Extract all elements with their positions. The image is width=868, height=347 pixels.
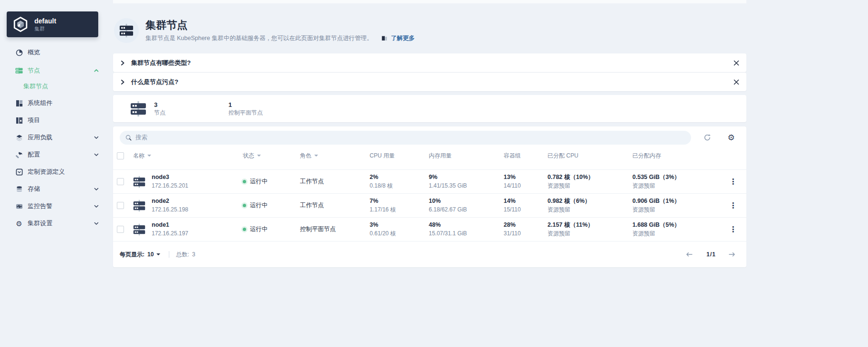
table-row-node3[interactable]: node3 172.16.25.201 运行中 工作节点 2%0.18/8 核 … xyxy=(113,169,746,193)
cpu-usage-detail: 1.17/16 核 xyxy=(370,206,429,213)
status-text: 运行中 xyxy=(250,201,268,210)
sidebar: default 集群 概览 xyxy=(0,0,110,347)
table-row-node2[interactable]: node2 172.16.25.198 运行中 工作节点 7%1.17/16 核… xyxy=(113,193,746,217)
alloc-memory-label: 资源预留 xyxy=(632,182,723,189)
sidebar-item-label: 概览 xyxy=(28,48,99,57)
node-name[interactable]: node2 xyxy=(152,198,188,205)
row-more-button[interactable]: ⋮ xyxy=(723,201,743,210)
chevron-down-icon xyxy=(93,186,99,192)
node-name[interactable]: node1 xyxy=(152,221,188,229)
search-icon xyxy=(125,135,132,141)
sidebar-item-overview[interactable]: 概览 xyxy=(0,44,110,61)
column-settings-button[interactable]: ⚙ xyxy=(726,133,736,142)
sidebar-item-monitoring[interactable]: 监控告警 xyxy=(0,198,110,215)
alloc-memory-value: 0.535 GiB（3%） xyxy=(632,174,723,181)
column-header-name[interactable]: 名称 xyxy=(133,152,243,160)
sidebar-item-workloads[interactable]: 应用负载 xyxy=(0,129,110,146)
stat-nodes: 3 节点 xyxy=(154,101,165,116)
table-row-node1[interactable]: node1 172.16.25.197 运行中 控制平面节点 3%0.61/20… xyxy=(113,217,746,241)
chevron-right-icon xyxy=(120,60,125,66)
pods-detail: 15/110 xyxy=(504,206,548,213)
sidebar-item-projects[interactable]: 项目 xyxy=(0,112,110,129)
sidebar-item-label: 应用负载 xyxy=(28,133,93,142)
top-edge-strip xyxy=(113,0,746,3)
column-header-memory: 内存用量 xyxy=(429,152,504,160)
chevron-down-icon xyxy=(93,203,99,209)
node-ip: 172.16.25.201 xyxy=(152,182,188,189)
faq-banner-node-types[interactable]: 集群节点有哪些类型? xyxy=(113,53,746,72)
table-toolbar: ⚙ xyxy=(113,126,746,148)
sidebar-item-components[interactable]: 系统组件 xyxy=(0,95,110,112)
sidebar-item-label: 系统组件 xyxy=(28,99,99,107)
search-bar[interactable] xyxy=(120,131,691,145)
pods-detail: 31/110 xyxy=(504,230,548,237)
sidebar-item-cluster-settings[interactable]: ⚙ 集群设置 xyxy=(0,215,110,232)
node-stats-card: 3 节点 1 控制平面节点 xyxy=(113,95,746,122)
cluster-selector[interactable]: default 集群 xyxy=(7,11,98,37)
memory-usage-pct: 48% xyxy=(429,221,504,229)
memory-usage-pct: 10% xyxy=(429,198,504,205)
alloc-memory-label: 资源预留 xyxy=(632,230,723,237)
row-more-button[interactable]: ⋮ xyxy=(723,225,743,234)
workloads-icon xyxy=(15,134,23,141)
per-page-select[interactable]: 10 xyxy=(147,251,160,258)
alloc-cpu-label: 资源预留 xyxy=(548,230,632,237)
arrow-right-icon xyxy=(728,252,736,257)
row-checkbox[interactable] xyxy=(117,226,124,233)
sidebar-item-crd[interactable]: 定制资源定义 xyxy=(0,163,110,180)
close-icon[interactable] xyxy=(733,79,740,85)
learn-more-link[interactable]: 了解更多 xyxy=(391,34,414,42)
pods-pct: 13% xyxy=(504,174,548,181)
banner-title: 什么是节点污点? xyxy=(131,78,733,86)
row-more-button[interactable]: ⋮ xyxy=(723,177,743,186)
pods-pct: 14% xyxy=(504,198,548,205)
gear-icon: ⚙ xyxy=(727,134,734,142)
next-page-button[interactable] xyxy=(728,251,737,258)
node-icon xyxy=(133,223,145,236)
hammer-icon xyxy=(15,151,23,158)
stat-label: 控制平面节点 xyxy=(228,109,263,116)
memory-usage-detail: 15.07/31.1 GiB xyxy=(429,230,504,237)
sidebar-item-label: 项目 xyxy=(28,116,99,125)
search-input[interactable] xyxy=(135,134,685,141)
prev-page-button[interactable] xyxy=(685,251,694,258)
sidebar-item-label: 监控告警 xyxy=(28,202,93,210)
status-text: 运行中 xyxy=(250,225,268,233)
sidebar-subitem-label: 集群节点 xyxy=(23,82,48,91)
arrow-left-icon xyxy=(685,252,693,257)
sidebar-item-nodes[interactable]: 节点 xyxy=(0,62,110,79)
projects-icon xyxy=(15,116,23,124)
faq-banner-node-taints[interactable]: 什么是节点污点? xyxy=(113,73,746,91)
gear-icon: ⚙ xyxy=(15,220,23,227)
column-header-status[interactable]: 状态 xyxy=(243,152,300,160)
close-icon[interactable] xyxy=(733,60,740,66)
pods-pct: 28% xyxy=(504,221,548,229)
alloc-memory-label: 资源预留 xyxy=(632,206,723,213)
cluster-name: default xyxy=(34,17,56,25)
refresh-button[interactable] xyxy=(703,133,712,142)
column-header-role[interactable]: 角色 xyxy=(300,152,370,160)
row-checkbox[interactable] xyxy=(117,178,124,185)
alloc-cpu-value: 0.982 核（6%） xyxy=(548,198,632,205)
status-dot xyxy=(243,204,246,207)
banner-title: 集群节点有哪些类型? xyxy=(131,59,733,67)
storage-icon xyxy=(15,185,23,193)
node-name[interactable]: node3 xyxy=(152,174,188,181)
sort-caret-icon xyxy=(257,155,261,157)
node-ip: 172.16.25.198 xyxy=(152,206,188,213)
stat-value: 3 xyxy=(154,101,165,109)
total-count: 3 xyxy=(192,251,196,258)
cluster-hexagon-icon xyxy=(12,16,29,32)
sidebar-item-storage[interactable]: 存储 xyxy=(0,180,110,198)
select-all-checkbox[interactable] xyxy=(117,152,124,159)
status-dot xyxy=(243,228,246,231)
alloc-cpu-label: 资源预留 xyxy=(548,206,632,213)
main-content: 集群节点 集群节点是 KubeSphere 集群中的基础服务器，您可以在此页面对… xyxy=(113,0,746,347)
table-footer: 每页显示: 10 总数: 3 1/1 xyxy=(113,241,746,267)
node-role: 工作节点 xyxy=(300,178,370,186)
sidebar-item-cluster-nodes[interactable]: 集群节点 xyxy=(0,79,110,94)
sidebar-item-configuration[interactable]: 配置 xyxy=(0,146,110,163)
nodes-table-card: ⚙ 名称 状态 角色 CPU 用量 内存用量 容器组 已分配 CPU 已分配内存 xyxy=(113,126,746,267)
cpu-usage-detail: 0.61/20 核 xyxy=(370,230,429,237)
row-checkbox[interactable] xyxy=(117,202,124,209)
